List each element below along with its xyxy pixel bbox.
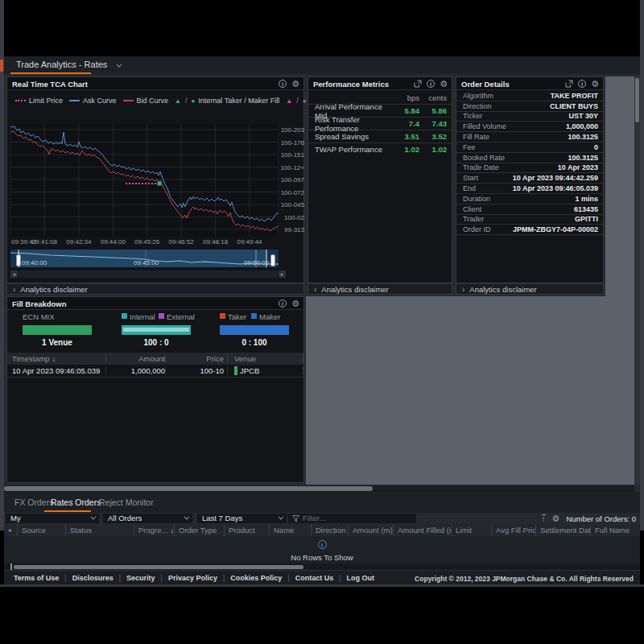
date-range-select[interactable]: Last 7 Days — [197, 514, 287, 523]
tab-trade-analytics-rates[interactable]: Trade Analytics - Rates — [16, 60, 120, 69]
order-details-panel: Order Details i ⚙ AlgorithmTAKE PROFITDi… — [456, 76, 604, 283]
legend-item-2[interactable]: Bid Curve — [123, 97, 169, 105]
y-tick-label: 100-176 — [281, 139, 304, 147]
column-header-timestamp[interactable]: Timestamp↓ — [7, 354, 105, 363]
info-icon[interactable]: i — [279, 80, 287, 88]
grid-column-status[interactable]: Status — [65, 524, 134, 536]
metric-bps-value: 7.4 — [387, 119, 419, 128]
x-tick-label: 09:41:08 — [32, 238, 57, 246]
performance-analytics-disclaimer[interactable]: ›Analytics disclaimer — [308, 283, 452, 295]
owner-select[interactable]: My — [6, 514, 99, 523]
grid-column-amount-filled-m-[interactable]: Amount Filled (m) — [393, 524, 451, 536]
gear-icon[interactable]: ⚙ — [552, 514, 560, 523]
grid-column-full-name[interactable]: Full Name — [590, 524, 640, 536]
legend-item-1[interactable]: Ask Curve — [69, 97, 117, 105]
footer-link-security[interactable]: Security — [126, 574, 155, 582]
popout-icon[interactable] — [565, 80, 573, 88]
orders-filter-bar: My All Orders Last 7 Days Filter... ↑ ⚙ … — [4, 513, 640, 524]
internal-bar-highlight — [123, 328, 189, 332]
orders-horizontal-scrollbar[interactable] — [4, 564, 640, 570]
export-icon[interactable]: ↑ — [542, 514, 546, 523]
orders-hscrollbar-thumb[interactable] — [14, 565, 303, 569]
footer-link-terms-of-use[interactable]: Terms of Use — [14, 574, 59, 582]
detail-label: Filled Volume — [456, 122, 566, 130]
fill-row[interactable]: 10 Apr 2023 09:46:05.039 1,000,000 100-1… — [7, 365, 303, 378]
tab-rates-orders[interactable]: Rates Orders — [51, 497, 101, 507]
order-detail-row: TickerUST 30Y — [456, 112, 603, 122]
legend-item-3[interactable]: ▲/●Internal Taker / Maker Fill — [175, 97, 279, 105]
order-detail-row: DirectionCLIENT BUYS — [456, 101, 603, 112]
window-bottom-edge — [0, 584, 644, 587]
tca-scrollbar-track[interactable] — [19, 270, 278, 278]
column-header-bps[interactable]: bps — [387, 93, 419, 102]
footer-link-log-out[interactable]: Log Out — [347, 574, 375, 582]
detail-label: Ticker — [456, 112, 568, 120]
order-detail-row: Trade Date10 Apr 2023 — [456, 163, 603, 174]
expand-column-icon[interactable]: ▸ — [4, 524, 17, 536]
order-analytics-disclaimer[interactable]: ›Analytics disclaimer — [456, 283, 604, 295]
grid-column-name[interactable]: Name — [269, 524, 311, 536]
column-header-venue[interactable]: Venue — [227, 354, 303, 363]
grid-column-progre-[interactable]: Progre...↓ — [134, 524, 174, 536]
info-icon[interactable]: i — [279, 299, 287, 308]
tca-horizontal-scrollbar[interactable]: ◂ ▸ — [10, 270, 286, 279]
scroll-right-icon[interactable]: ▸ — [279, 270, 286, 278]
fill-amount: 1,000,000 — [105, 366, 165, 375]
grid-column-amount-m-[interactable]: Amount (m) — [348, 524, 393, 536]
detail-value: 0 — [594, 143, 603, 151]
info-icon[interactable]: i — [427, 80, 435, 88]
tca-range-navigator[interactable]: 09:40:0009:45:0009:50:00 — [10, 250, 279, 267]
tab-fx-orders[interactable]: FX Orders — [14, 497, 53, 507]
footer-link-privacy-policy[interactable]: Privacy Policy — [168, 574, 217, 582]
disclaimer-label: Analytics disclaimer — [20, 285, 87, 294]
order-detail-row: Order IDJPMM-ZBGY7-04P-00002 — [456, 225, 603, 235]
grid-column-product[interactable]: Product — [224, 524, 269, 536]
tca-analytics-disclaimer[interactable]: ›Analytics disclaimer — [6, 283, 304, 295]
detail-label: Fee — [456, 143, 594, 151]
gear-icon[interactable]: ⚙ — [440, 79, 448, 89]
workspace-horizontal-scrollbar[interactable] — [4, 485, 634, 492]
window-right-edge — [640, 0, 644, 530]
grid-column-settlement-date[interactable]: Settlement Date — [535, 524, 590, 536]
workspace-hscrollbar-thumb[interactable] — [4, 486, 373, 491]
grid-column-limit[interactable]: Limit — [451, 524, 491, 536]
footer-link-contact-us[interactable]: Contact Us — [295, 574, 334, 582]
y-tick-label: 100-203 — [281, 126, 304, 134]
disclaimer-label: Analytics disclaimer — [469, 285, 536, 294]
tca-price-chart[interactable] — [10, 124, 279, 237]
grid-column-source[interactable]: Source — [17, 524, 65, 536]
tab-reject-monitor[interactable]: Reject Monitor — [99, 497, 154, 507]
navigator-handle-left[interactable] — [16, 254, 21, 266]
info-icon[interactable]: i — [578, 80, 586, 88]
scroll-left-icon[interactable]: ◂ — [10, 270, 18, 278]
grid-column-avg-fill-price[interactable]: Avg Fill Price — [491, 524, 535, 536]
orders-tabbar: FX Orders Rates Orders Reject Monitor — [4, 492, 640, 513]
active-tab-underline — [44, 510, 91, 512]
column-header-amount[interactable]: Amount — [105, 354, 165, 363]
gear-icon[interactable]: ⚙ — [291, 79, 299, 89]
vertical-scrollbar[interactable] — [634, 76, 640, 485]
gear-icon[interactable]: ⚙ — [291, 299, 299, 308]
grid-column-order-type[interactable]: Order Type — [174, 524, 224, 536]
grid-column-direction[interactable]: Direction — [311, 524, 348, 536]
column-header-price[interactable]: Price — [165, 354, 227, 363]
performance-row: Risk Transfer Performance7.47.43 — [308, 117, 452, 130]
legend-item-0[interactable]: Limit Price — [15, 97, 63, 105]
column-header-cents[interactable]: cents — [419, 93, 452, 102]
navigator-handle-right[interactable] — [270, 254, 275, 266]
detail-value: 100.3125 — [568, 133, 603, 141]
vertical-scrollbar-thumb[interactable] — [635, 78, 639, 122]
footer-link-cookies-policy[interactable]: Cookies Policy — [230, 574, 282, 582]
metric-cents-value: 5.86 — [419, 106, 452, 115]
legend-label: Ask Curve — [83, 97, 117, 105]
footer-link-disclosures[interactable]: Disclosures — [72, 574, 114, 582]
gear-icon[interactable]: ⚙ — [591, 79, 599, 89]
expand-arrow-icon: › — [13, 285, 15, 294]
fill-timestamp: 10 Apr 2023 09:46:05.039 — [7, 366, 105, 375]
order-detail-row: Booked Rate100.3125 — [456, 153, 603, 163]
order-detail-row: Client613435 — [456, 204, 603, 215]
internal-external-caption: 100 : 0 — [122, 338, 191, 347]
filter-input[interactable]: Filter... — [288, 514, 416, 523]
popout-icon[interactable] — [414, 80, 422, 88]
order-type-select[interactable]: All Orders — [103, 514, 192, 523]
